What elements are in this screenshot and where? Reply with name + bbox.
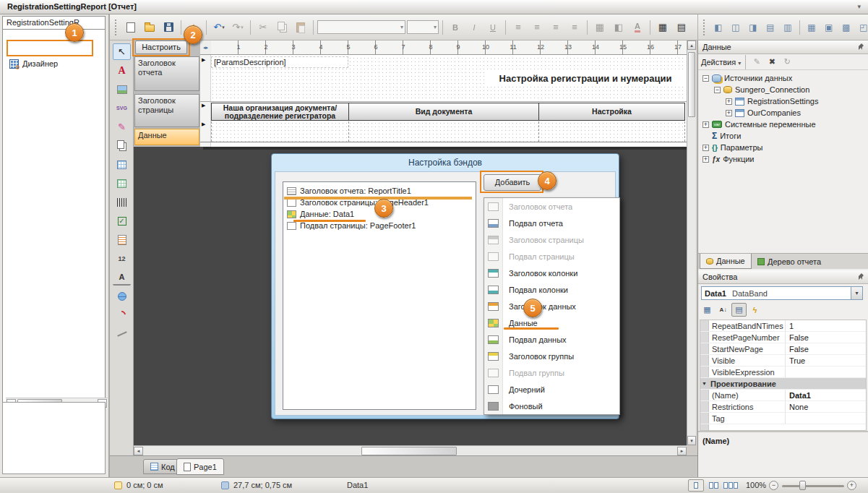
menu-item-overlay[interactable]: Фоновый — [484, 398, 619, 415]
page-setup-icon[interactable]: ▤ — [673, 20, 690, 35]
tree-item-datasources[interactable]: − Источники данных — [698, 72, 868, 84]
window-menu-icon[interactable]: ▾ — [857, 3, 861, 10]
band-list-item[interactable]: Заголовок отчета: ReportTitle1 — [284, 185, 472, 197]
picture-object-icon[interactable] — [113, 81, 131, 98]
collapse-icon[interactable]: − — [702, 75, 709, 82]
font-size-dropdown-icon[interactable]: ▾ — [434, 24, 437, 30]
property-value[interactable]: False — [786, 343, 866, 354]
font-size-combo[interactable]: ▾ — [407, 20, 439, 34]
align-right-icon[interactable]: ≡ — [547, 20, 564, 35]
expand-icon[interactable]: + — [702, 121, 709, 128]
property-value[interactable]: True — [786, 355, 866, 366]
menu-item-report-header[interactable]: Заголовок отчета — [484, 199, 619, 215]
table-header-cell[interactable]: Вид документа — [348, 103, 539, 121]
text-object-icon[interactable]: A — [113, 62, 131, 79]
table-object-icon[interactable] — [113, 156, 131, 173]
delete-icon[interactable]: ✖ — [765, 54, 778, 70]
table-header-cell[interactable]: Наша организация документа/ подразделени… — [211, 103, 349, 121]
property-row[interactable]: ResetPageNumberFalse — [700, 332, 866, 343]
band-label-data[interactable]: Данные — [134, 129, 199, 145]
menu-item-child[interactable]: Дочерний — [484, 382, 619, 398]
subreport-object-icon[interactable] — [113, 137, 131, 154]
menu-item-group-footer[interactable]: Подвал группы — [484, 365, 619, 382]
checkbox-object-icon[interactable]: ✓ — [113, 213, 131, 229]
expand-icon[interactable]: + — [702, 145, 709, 151]
underline-icon[interactable]: U — [484, 20, 502, 35]
params-text-object[interactable]: [ParamsDescriprion] — [211, 56, 348, 68]
band-label-report-title[interactable]: Заголовок отчета — [134, 56, 199, 91]
align-centers-icon[interactable]: ◫ — [728, 20, 744, 35]
ruler-corner-icon[interactable]: ◂▸ — [200, 40, 211, 55]
report-page[interactable]: ▶ ▶ ▶ [ParamsDescriprion] Настройка реги… — [200, 55, 687, 147]
tree-item-registrationsettings[interactable]: + RegistrationSettings — [698, 95, 868, 107]
barcode-object-icon[interactable] — [113, 194, 131, 210]
canvas-vertical-scrollbar[interactable]: ▴ ▾ — [687, 40, 696, 445]
tree-item-connection[interactable]: − Sungero_Connection — [698, 84, 868, 95]
svg-object-icon[interactable]: SVG — [113, 100, 131, 116]
tab-report-tree[interactable]: Дерево отчета — [752, 254, 827, 269]
property-value[interactable]: Data1 — [786, 390, 866, 400]
zoom-out-icon[interactable]: − — [769, 481, 778, 490]
matrix-object-icon[interactable] — [113, 175, 131, 192]
font-name-combo[interactable]: ▾ — [317, 20, 405, 34]
categorized-view-icon[interactable]: ▦ — [700, 303, 715, 317]
tab-data[interactable]: Данные — [700, 254, 752, 269]
zoom-slider-thumb[interactable] — [799, 481, 806, 490]
report-tab[interactable]: RegistrationSettingR — [2, 16, 106, 30]
property-row[interactable]: VisibleExpression — [700, 366, 866, 378]
signature-object-icon[interactable]: ✎ — [113, 119, 131, 135]
tree-item-totals[interactable]: Σ Итоги — [698, 130, 868, 142]
redo-dropdown-icon[interactable]: ▾ — [241, 25, 244, 30]
property-value[interactable]: False — [786, 332, 866, 343]
scroll-up-icon[interactable]: ▴ — [687, 40, 696, 50]
properties-view-icon[interactable]: ▤ — [731, 303, 747, 317]
view-facing-icon[interactable] — [723, 479, 739, 492]
menu-item-column-footer[interactable]: Подвал колонки — [484, 282, 619, 299]
collapse-icon[interactable]: − — [714, 87, 721, 93]
scroll-left-icon[interactable]: ◂ — [134, 447, 143, 455]
data-band[interactable] — [211, 121, 685, 142]
align-justify-icon[interactable]: ≡ — [566, 20, 583, 35]
property-category-row[interactable]: ▼Проектирование — [700, 378, 866, 390]
same-width-icon[interactable]: ▦ — [804, 20, 820, 35]
same-size-icon[interactable]: ▩ — [838, 20, 854, 35]
alphabetical-sort-icon[interactable]: A↓ — [716, 303, 731, 317]
borders-icon[interactable]: ▦ — [591, 20, 609, 35]
align-bottoms-icon[interactable]: ▥ — [780, 20, 796, 35]
zoom-slider-track[interactable] — [782, 485, 844, 487]
scroll-down-icon[interactable]: ▾ — [687, 436, 696, 445]
view-continuous-icon[interactable] — [705, 479, 721, 492]
font-name-dropdown-icon[interactable]: ▾ — [400, 24, 403, 30]
undo-dropdown-icon[interactable]: ▾ — [222, 25, 225, 30]
canvas-horizontal-scrollbar[interactable]: ◂ ▸ — [134, 445, 687, 455]
tree-item-system-variables[interactable]: + var Системные переменные — [698, 119, 868, 130]
menu-item-report-footer[interactable]: Подвал отчета — [484, 215, 619, 232]
refresh-icon[interactable]: ↻ — [781, 54, 794, 70]
property-row[interactable]: RestrictionsNone — [700, 401, 866, 413]
combo-dropdown-icon[interactable]: ▾ — [851, 287, 862, 299]
tree-item-parameters[interactable]: + {} Параметры — [698, 142, 868, 153]
fill-color-icon[interactable]: ◧ — [610, 20, 627, 35]
tree-item-ourcompanies[interactable]: + OurCompanies — [698, 107, 868, 119]
edit-icon[interactable]: ✎ — [750, 54, 763, 70]
expand-icon[interactable]: + — [726, 98, 732, 105]
bold-icon[interactable]: B — [447, 20, 464, 35]
frame-icon[interactable]: ▦ — [654, 20, 671, 35]
align-tops-icon[interactable]: ▤ — [762, 20, 778, 35]
align-center-icon[interactable]: ≡ — [528, 20, 546, 35]
cellular-text-object-icon[interactable]: 12 — [113, 250, 131, 267]
events-view-icon[interactable]: ϟ — [747, 303, 762, 317]
scroll-right-icon[interactable]: ▸ — [677, 447, 687, 455]
property-row[interactable]: Tag — [700, 413, 866, 424]
new-report-icon[interactable] — [122, 20, 139, 35]
property-value[interactable] — [786, 366, 866, 377]
menu-item-page-footer[interactable]: Подвал страницы — [484, 249, 619, 265]
view-single-page-icon[interactable] — [688, 479, 704, 492]
collapse-category-icon[interactable]: ▼ — [702, 381, 707, 386]
designer-link[interactable]: ⚙ Дизайнер — [9, 57, 58, 70]
property-value[interactable]: None — [786, 401, 866, 412]
text-frame-object-icon[interactable]: A — [113, 269, 131, 286]
pin-icon[interactable] — [858, 43, 864, 52]
property-value[interactable] — [786, 413, 866, 424]
property-row[interactable]: VisibleTrue — [700, 355, 866, 366]
